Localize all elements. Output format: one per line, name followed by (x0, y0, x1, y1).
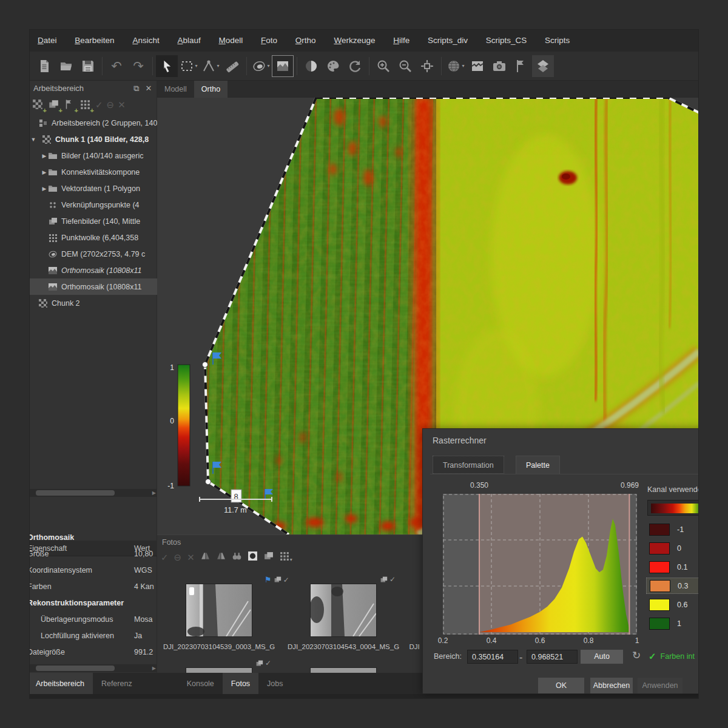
tab-jobs[interactable]: Jobs (258, 673, 291, 694)
seamline-image-icon[interactable] (467, 55, 488, 77)
tab-fotos[interactable]: Fotos (223, 673, 258, 694)
menu-ablauf[interactable]: Ablauf (169, 30, 208, 52)
palette-histogram[interactable] (443, 494, 637, 635)
menu-hilfe[interactable]: Hilfe (385, 30, 417, 52)
close-panel-icon[interactable]: ✕ (144, 84, 153, 93)
rotate-right-icon[interactable] (216, 551, 226, 564)
rectangle-selection-icon[interactable]: ▾ (178, 55, 200, 77)
image-view-icon[interactable] (272, 55, 294, 77)
menu-ansicht[interactable]: Ansicht (124, 30, 167, 52)
add-scalebar-icon[interactable] (79, 99, 92, 111)
save-icon[interactable] (77, 55, 99, 77)
zoom-in-icon[interactable] (372, 55, 394, 77)
range-max-input[interactable] (527, 650, 578, 664)
tree-item-chunk2[interactable]: Chunk 2 (30, 295, 157, 311)
ruler-icon[interactable] (221, 55, 243, 77)
float-panel-icon[interactable]: ⧉ (132, 84, 141, 93)
auto-button[interactable]: Auto (581, 650, 623, 664)
layers-icon[interactable] (263, 551, 274, 564)
tab-referenz[interactable]: Referenz (93, 673, 141, 694)
menu-bearbeiten[interactable]: Bearbeiten (67, 30, 122, 52)
tab-ortho[interactable]: Ortho (194, 81, 228, 98)
tree-item-bilder[interactable]: ▶ Bilder (140/140 ausgeric (30, 147, 157, 164)
palette-swatch[interactable] (649, 542, 670, 554)
palette-row[interactable]: 1 (646, 615, 699, 632)
tree-item-vektordaten[interactable]: ▶ Vektordaten (1 Polygon (30, 180, 157, 197)
add-photos-icon[interactable] (48, 99, 60, 111)
grid-view-icon[interactable]: ▾ (279, 551, 292, 564)
globe-icon[interactable]: ▾ (445, 55, 467, 77)
zoom-fit-icon[interactable] (416, 55, 438, 77)
filter-photos-icon[interactable] (232, 551, 242, 564)
new-document-icon[interactable] (33, 55, 55, 77)
photo-thumbnail[interactable] (186, 584, 252, 637)
refresh-range-icon[interactable]: ↻ (632, 649, 641, 662)
undo-icon[interactable]: ↶ (106, 55, 127, 77)
cancel-button[interactable]: Abbrechen (590, 678, 633, 693)
properties-hscrollbar-bottom[interactable]: ▶ (30, 664, 157, 672)
collapse-arrow-icon[interactable]: ▼ (30, 136, 37, 143)
menu-foto[interactable]: Foto (253, 30, 285, 52)
contrast-icon[interactable] (300, 55, 322, 77)
tree-item-punktwolke[interactable]: Punktwolke (6,404,358 (30, 229, 157, 246)
tree-item-dem[interactable]: DEM (2702x2753, 4.79 c (30, 246, 157, 262)
add-marker-icon[interactable] (64, 99, 76, 111)
tree-item-chunk1[interactable]: ▼ Chunk 1 (140 Bilder, 428,8 (30, 131, 157, 147)
menu-modell[interactable]: Modell (211, 30, 251, 52)
palette-row[interactable]: -1 (646, 521, 699, 538)
palette-swatch[interactable] (649, 599, 670, 611)
refresh-icon[interactable] (344, 55, 366, 77)
palette-row[interactable]: 0.1 (646, 559, 699, 575)
flag-icon[interactable] (510, 55, 532, 77)
palette-gradient-select[interactable] (647, 500, 699, 516)
ok-button[interactable]: OK (538, 678, 584, 693)
expand-arrow-icon[interactable]: ▶ (41, 153, 48, 159)
range-min-input[interactable] (467, 650, 518, 664)
properties-hscrollbar-top[interactable]: ▶ (30, 489, 157, 497)
interpolate-colors-checkbox[interactable]: ✓ Farben int (649, 651, 695, 662)
add-chunk-icon[interactable] (32, 99, 44, 111)
menu-datei[interactable]: Datei (30, 30, 65, 52)
photo-thumbnail[interactable] (310, 584, 377, 637)
menu-werkzeuge[interactable]: Werkzeuge (326, 30, 383, 52)
tab-transformation[interactable]: Transformation (433, 456, 504, 474)
palette-icon[interactable] (322, 55, 344, 77)
tab-arbeitsbereich[interactable]: Arbeitsbereich (29, 673, 93, 694)
palette-row[interactable]: 0 (646, 540, 699, 556)
polygon-vertex[interactable] (206, 479, 211, 485)
contour-levels-icon[interactable]: ▾ (250, 55, 272, 77)
property-row: Dateigröße991.2 (30, 644, 157, 661)
rotate-left-icon[interactable] (200, 551, 211, 564)
select-cursor-icon[interactable] (156, 55, 178, 77)
angle-measure-icon[interactable]: ▾ (200, 55, 221, 77)
marker-label[interactable]: 8 (231, 490, 241, 502)
open-project-icon[interactable] (55, 55, 77, 77)
menu-scripts-cs[interactable]: Scripts_CS (478, 30, 535, 52)
palette-swatch[interactable] (650, 580, 670, 592)
tree-item-konnektivitaet[interactable]: ▶ Konnektivitätskompone (30, 164, 157, 180)
camera-icon[interactable] (488, 55, 510, 77)
zoom-out-icon[interactable] (394, 55, 416, 77)
tab-modell[interactable]: Modell (157, 81, 194, 98)
tree-item-tiefenbilder[interactable]: Tiefenbilder (140, Mittle (30, 213, 157, 229)
redo-icon[interactable]: ↷ (127, 55, 149, 77)
expand-arrow-icon[interactable]: ▶ (41, 186, 48, 192)
palette-swatch[interactable] (649, 561, 670, 573)
palette-swatch[interactable] (649, 524, 670, 536)
expand-arrow-icon[interactable]: ▶ (41, 169, 48, 175)
menu-scripts-div[interactable]: Scripts_div (420, 30, 476, 52)
polygon-vertex[interactable] (203, 362, 208, 368)
palette-row[interactable]: 0.6 (646, 596, 699, 613)
tab-palette[interactable]: Palette (516, 456, 560, 474)
palette-swatch[interactable] (649, 618, 670, 630)
menu-scripts[interactable]: Scripts (537, 30, 578, 52)
mask-view-icon[interactable] (248, 551, 258, 564)
menu-ortho[interactable]: Ortho (288, 30, 324, 52)
tree-item-verknuepfungspunkte[interactable]: Verknüpfungspunkte (4 (30, 197, 157, 213)
shapes-icon[interactable] (532, 55, 554, 77)
tree-item-orthomosaik-1[interactable]: Orthomosaik (10808x11 (30, 262, 157, 278)
palette-row-selected[interactable]: 0.3 (646, 578, 699, 594)
tree-item-orthomosaik-2[interactable]: Orthomosaik (10808x11 (30, 278, 157, 295)
tab-konsole[interactable]: Konsole (178, 673, 223, 694)
tree-item-workspace[interactable]: Arbeitsbereich (2 Gruppen, 140 (30, 115, 157, 131)
